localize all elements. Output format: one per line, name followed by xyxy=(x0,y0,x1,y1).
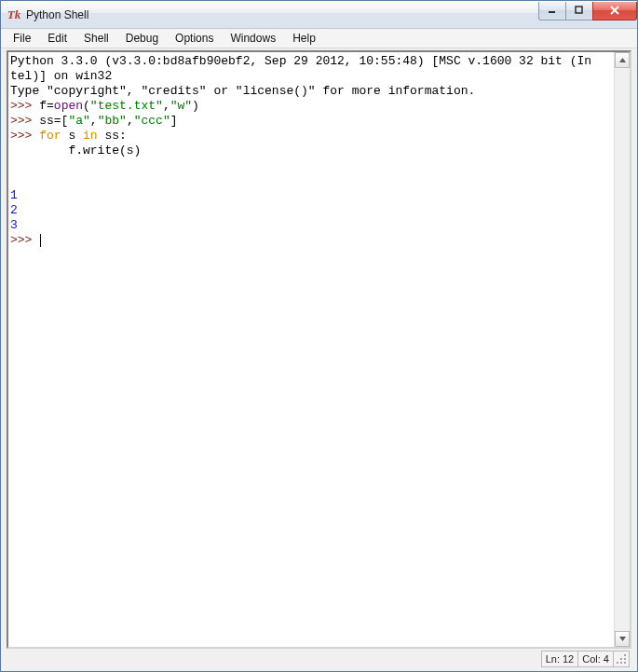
output-line: 2 xyxy=(10,203,18,217)
code-text: , xyxy=(127,114,134,128)
scroll-up-button[interactable] xyxy=(615,52,630,68)
titlebar: Tk Python Shell xyxy=(1,1,637,29)
status-line: Ln: 12 xyxy=(541,651,579,667)
minimize-button[interactable] xyxy=(538,2,566,21)
code-text: , xyxy=(163,99,170,113)
close-button[interactable] xyxy=(592,2,637,21)
svg-point-8 xyxy=(624,658,626,660)
code-keyword: for xyxy=(39,129,61,143)
editor-frame: Python 3.3.0 (v3.3.0:bd8afb90ebf2, Sep 2… xyxy=(7,50,631,649)
code-text: ss: xyxy=(98,129,127,143)
prompt: >>> xyxy=(10,114,39,128)
code-text: f= xyxy=(39,99,54,113)
code-text: f.write(s) xyxy=(10,144,141,158)
menu-debug[interactable]: Debug xyxy=(117,30,167,47)
window-title: Python Shell xyxy=(26,8,539,21)
svg-marker-4 xyxy=(619,58,626,62)
menu-windows[interactable]: Windows xyxy=(222,30,284,47)
svg-point-7 xyxy=(620,658,622,660)
window-controls xyxy=(539,2,637,21)
code-text: ] xyxy=(170,114,178,128)
code-text: ) xyxy=(192,99,199,113)
menu-options[interactable]: Options xyxy=(167,30,222,47)
code-string: "test.txt" xyxy=(90,99,163,113)
output-line: 3 xyxy=(10,218,18,232)
app-window: Tk Python Shell File Edit Shell Debug Op… xyxy=(0,0,638,672)
menu-file[interactable]: File xyxy=(5,30,39,47)
code-string: "w" xyxy=(170,99,192,113)
svg-marker-5 xyxy=(619,637,626,641)
shell-text-area[interactable]: Python 3.3.0 (v3.3.0:bd8afb90ebf2, Sep 2… xyxy=(8,52,614,647)
text-cursor xyxy=(40,234,41,247)
svg-point-6 xyxy=(624,654,626,656)
banner-line: tel)] on win32 xyxy=(10,69,112,83)
menu-shell[interactable]: Shell xyxy=(75,30,117,47)
prompt: >>> xyxy=(10,99,39,113)
code-string: "a" xyxy=(68,114,89,128)
svg-point-10 xyxy=(620,662,622,664)
menubar: File Edit Shell Debug Options Windows He… xyxy=(1,29,637,48)
prompt: >>> xyxy=(10,129,39,143)
statusbar: Ln: 12 Col: 4 xyxy=(7,649,631,669)
code-text: ss=[ xyxy=(39,114,68,128)
vertical-scrollbar[interactable] xyxy=(614,52,630,647)
tk-feather-icon: Tk xyxy=(7,7,21,22)
code-text: , xyxy=(90,114,98,128)
status-col: Col: 4 xyxy=(577,651,614,667)
banner-line: Python 3.3.0 (v3.3.0:bd8afb90ebf2, Sep 2… xyxy=(10,54,591,68)
code-string: "ccc" xyxy=(134,114,170,128)
maximize-button[interactable] xyxy=(565,2,593,21)
code-keyword: in xyxy=(83,129,98,143)
scroll-track[interactable] xyxy=(615,68,630,631)
scroll-down-button[interactable] xyxy=(615,631,630,647)
menu-edit[interactable]: Edit xyxy=(39,30,75,47)
svg-point-11 xyxy=(624,662,626,664)
code-string: "bb" xyxy=(98,114,127,128)
output-line: 1 xyxy=(10,188,18,202)
code-text: s xyxy=(61,129,83,143)
content-area: Python 3.3.0 (v3.3.0:bd8afb90ebf2, Sep 2… xyxy=(1,48,637,671)
svg-point-9 xyxy=(617,662,618,664)
banner-line: Type "copyright", "credits" or "license(… xyxy=(10,84,475,98)
menu-help[interactable]: Help xyxy=(284,30,324,47)
prompt: >>> xyxy=(10,233,39,247)
code-builtin: open xyxy=(54,99,83,113)
svg-rect-1 xyxy=(576,7,582,13)
code-text: ( xyxy=(83,99,90,113)
resize-grip[interactable] xyxy=(613,651,630,667)
